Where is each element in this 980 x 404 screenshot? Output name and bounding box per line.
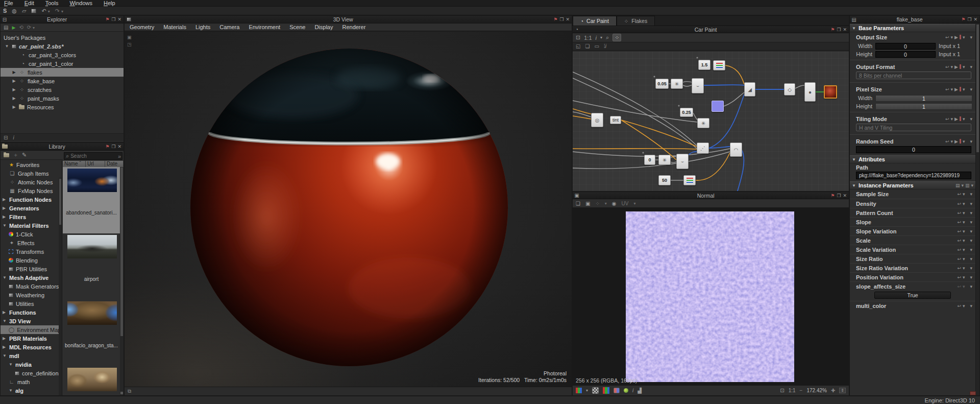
- library-cat-environment-maps[interactable]: ◯Environment Maps: [1, 325, 62, 334]
- library-cat-group[interactable]: ▶Functions: [1, 308, 62, 317]
- library-cat-sub[interactable]: Utilities: [1, 299, 62, 308]
- ramp-node[interactable]: ⋰: [697, 142, 709, 154]
- menu-windows[interactable]: Windows: [69, 0, 92, 6]
- pin-icon[interactable]: ⚑: [961, 17, 965, 22]
- curve-node[interactable]: ⌣: [692, 78, 704, 93]
- function-icons[interactable]: ↩ ▾: [957, 275, 965, 280]
- library-cat-sub[interactable]: ✦Effects: [1, 239, 62, 247]
- play-icon[interactable]: ▶: [12, 25, 15, 30]
- chevrons-icon[interactable]: »: [118, 153, 122, 159]
- library-cat-group[interactable]: ▼Mesh Adaptive: [1, 273, 62, 282]
- float-icon[interactable]: ❐: [837, 27, 841, 32]
- color-circle-icon[interactable]: [624, 388, 628, 393]
- search-box[interactable]: ⌕ »: [64, 152, 122, 160]
- library-cat-sub[interactable]: Transforms: [1, 247, 62, 256]
- section-base-parameters[interactable]: ▼Base Parameters: [850, 24, 975, 32]
- chevron-down-icon[interactable]: ▾: [970, 35, 972, 40]
- menu-help[interactable]: Help: [104, 0, 115, 6]
- tree-item-scratches[interactable]: ▶⁘ scratches: [1, 85, 124, 94]
- chevron-down-icon[interactable]: ▾: [586, 388, 588, 393]
- magnifier-icon[interactable]: ⌕: [606, 34, 609, 41]
- function-icons[interactable]: ↩ ▾ ▶ ▾: [945, 35, 965, 40]
- redo-icon[interactable]: ↷ ▾: [55, 8, 63, 14]
- close-icon[interactable]: ✕: [117, 17, 121, 22]
- library-cat-sub[interactable]: PBR Utilities: [1, 265, 62, 273]
- link-all-icon[interactable]: ⟳ ▾: [27, 25, 35, 30]
- col-url[interactable]: Url: [86, 161, 105, 167]
- curve-node[interactable]: ⌣: [676, 154, 689, 169]
- chevron-down-icon[interactable]: ▾: [605, 201, 607, 206]
- pin-icon[interactable]: ⚑: [105, 144, 109, 149]
- substance-logo-icon[interactable]: S: [3, 8, 7, 14]
- menu-environment[interactable]: Environment: [249, 24, 280, 30]
- material-node[interactable]: ●: [804, 82, 816, 102]
- library-cat-sub[interactable]: Weathering: [1, 291, 62, 299]
- background-checker-icon[interactable]: [592, 387, 599, 394]
- value-node[interactable]: 0.25: [680, 108, 693, 117]
- multiply-node[interactable]: ✳: [671, 79, 683, 89]
- menu-lights[interactable]: Lights: [195, 24, 210, 30]
- comment-icon[interactable]: ❏: [585, 43, 590, 49]
- tree-item-flakes-selected[interactable]: ▶⁘ flakes: [1, 68, 124, 77]
- function-icons[interactable]: ↩ ▾: [957, 303, 965, 308]
- tree-item-graph[interactable]: ◔ car_paint_3_colors: [1, 51, 124, 59]
- function-icons[interactable]: ↩ ▾ ▶ ▾: [945, 139, 965, 144]
- tint-node[interactable]: tint: [610, 116, 621, 124]
- function-icons[interactable]: ↩ ▾: [957, 192, 965, 197]
- chevron-down-icon[interactable]: ▾: [970, 238, 972, 243]
- float-icon[interactable]: ❐: [111, 17, 115, 22]
- function-icons[interactable]: ↩ ▾: [957, 266, 965, 271]
- 3d-viewport[interactable]: ▣◳: [125, 32, 572, 387]
- histogram-icon[interactable]: ▟: [638, 388, 642, 393]
- new-package-icon[interactable]: [31, 9, 36, 13]
- float-icon[interactable]: ❐: [559, 17, 564, 22]
- function-icons[interactable]: ↩ ▾ ▶ ▾: [945, 116, 965, 122]
- chevron-down-icon[interactable]: ▾: [970, 201, 972, 206]
- library-cat-group[interactable]: ▼3D View: [1, 317, 62, 325]
- chevron-down-icon[interactable]: ▾: [970, 139, 972, 144]
- pixel-width-input[interactable]: 1: [875, 95, 972, 102]
- output-material-node[interactable]: [824, 85, 837, 99]
- globe-icon[interactable]: ◍: [12, 8, 17, 14]
- zoom-in-icon[interactable]: ✚: [831, 388, 835, 393]
- library-cat-group[interactable]: ▶Generators: [1, 204, 62, 212]
- chevron-down-icon[interactable]: ▾: [970, 266, 972, 271]
- zoom-actual-button[interactable]: 1:1: [584, 35, 592, 41]
- close-icon[interactable]: ✕: [843, 27, 847, 32]
- library-cat[interactable]: ⁘Atomic Nodes: [1, 178, 62, 186]
- menu-tools[interactable]: Tools: [45, 0, 59, 6]
- dome-node[interactable]: ◠: [730, 142, 742, 157]
- tab-flakes[interactable]: ⁘ Flakes: [617, 16, 655, 26]
- frame-icon[interactable]: ▭: [594, 43, 599, 49]
- external-link-icon[interactable]: ◱: [576, 43, 580, 49]
- env-map-item[interactable]: bonifacio_aragon_sta...: [63, 300, 120, 366]
- library-cat-group[interactable]: ▼nvidia: [1, 360, 62, 369]
- library-cat-group[interactable]: ▼Material Filters: [1, 221, 62, 230]
- info-icon[interactable]: i: [632, 388, 633, 393]
- value-node[interactable]: 0: [644, 155, 655, 165]
- close-icon[interactable]: ✕: [843, 193, 847, 198]
- path-input[interactable]: pkg:///flake_base?dependency=1262989919: [856, 172, 971, 179]
- close-icon[interactable]: ✕: [566, 17, 570, 22]
- normal-blend-node[interactable]: ◢: [744, 82, 755, 97]
- env-map-item[interactable]: airport: [63, 233, 120, 300]
- function-icons[interactable]: ↩ ▾: [957, 284, 965, 289]
- function-icons[interactable]: ↩ ▾: [957, 256, 965, 262]
- slope-affects-size-toggle[interactable]: True: [874, 292, 951, 299]
- edit-library-icon[interactable]: ✎: [22, 152, 27, 158]
- gradient-node[interactable]: [683, 175, 696, 185]
- categories-scrollbar[interactable]: [59, 178, 62, 395]
- library-cat-sub[interactable]: 1-Click: [1, 230, 62, 239]
- chevron-down-icon[interactable]: ▾: [633, 201, 635, 206]
- camera-icon[interactable]: ◉: [612, 201, 617, 206]
- env-map-item-selected[interactable]: abandoned_sanatori...: [63, 167, 120, 233]
- function-icons[interactable]: ↩ ▾: [957, 247, 965, 252]
- library-cat-group[interactable]: ▶PBR Materials: [1, 334, 62, 343]
- pin-info-icon[interactable]: ⁞i: [604, 43, 606, 49]
- menu-renderer[interactable]: Renderer: [342, 24, 365, 30]
- scroll-grip-icon[interactable]: ⇕: [839, 388, 846, 393]
- col-date[interactable]: Date mo: [105, 161, 124, 167]
- chevron-down-icon[interactable]: ▾: [600, 35, 602, 40]
- chevron-down-icon[interactable]: ▾: [970, 220, 972, 225]
- fit-view-icon[interactable]: ⊡: [576, 34, 580, 41]
